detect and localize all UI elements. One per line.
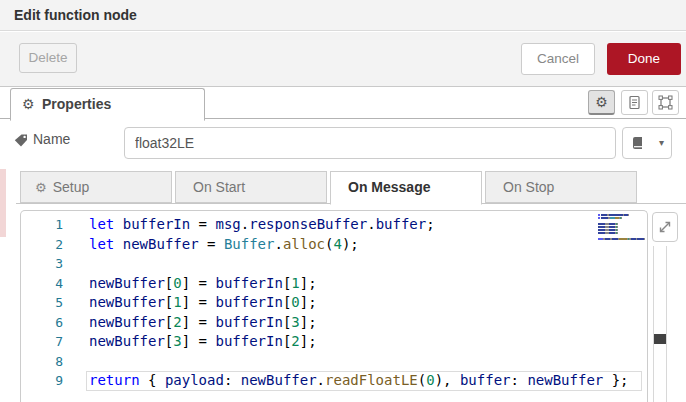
minimap-row: [598, 214, 645, 216]
line-number: 3: [21, 254, 63, 274]
properties-tab-label: Properties: [42, 89, 111, 120]
code-line[interactable]: let newBuffer = Buffer.alloc(4);: [89, 235, 629, 255]
tab-label: On Message: [348, 179, 430, 195]
tab-on-start[interactable]: On Start: [175, 171, 327, 203]
expand-frame-button[interactable]: [652, 90, 679, 115]
expand-editor-button[interactable]: [652, 212, 678, 242]
code-line[interactable]: newBuffer[2] = bufferIn[3];: [89, 313, 629, 333]
tab-label: On Stop: [503, 179, 554, 195]
background-artifact: [0, 169, 6, 237]
line-number: 7: [21, 332, 63, 352]
library-button[interactable]: ▾: [622, 127, 672, 159]
book-icon: [631, 136, 644, 150]
minimap-row: [598, 217, 645, 219]
minimap-row: [598, 220, 645, 222]
name-input[interactable]: [124, 127, 616, 159]
minimap-row: [598, 235, 645, 237]
edit-function-dialog: Edit function node Delete Cancel Done ⚙ …: [0, 0, 686, 402]
minimap-row: [598, 226, 645, 228]
settings-button[interactable]: ⚙: [588, 90, 615, 115]
line-number: 4: [21, 274, 63, 294]
tag-icon: [14, 133, 29, 148]
dialog-title: Edit function node: [14, 0, 137, 30]
editor-code[interactable]: let bufferIn = msg.responseBuffer.buffer…: [89, 215, 629, 391]
tray-scrollbar-thumb[interactable]: [654, 334, 666, 344]
minimap-row: [598, 238, 645, 240]
line-number: 6: [21, 313, 63, 333]
chevron-down-icon: ▾: [659, 128, 664, 158]
tab-on-stop[interactable]: On Stop: [485, 171, 637, 203]
gear-icon: ⚙: [595, 94, 608, 110]
code-line[interactable]: [89, 352, 629, 372]
code-editor[interactable]: 123456789 let bufferIn = msg.responseBuf…: [20, 210, 648, 402]
code-line[interactable]: newBuffer[3] = bufferIn[2];: [89, 332, 629, 352]
code-line[interactable]: return { payload: newBuffer.readFloatLE(…: [89, 371, 629, 391]
code-line[interactable]: let bufferIn = msg.responseBuffer.buffer…: [89, 215, 629, 235]
tab-setup[interactable]: ⚙Setup: [20, 171, 172, 203]
line-number: 1: [21, 215, 63, 235]
select-frame-icon: [658, 95, 673, 110]
code-line[interactable]: [89, 254, 629, 274]
code-line[interactable]: newBuffer[0] = bufferIn[1];: [89, 274, 629, 294]
line-number: 8: [21, 352, 63, 372]
tray-scrollbar[interactable]: [653, 246, 667, 402]
tab-on-message[interactable]: On Message: [330, 171, 482, 205]
minimap-row: [598, 223, 645, 225]
done-button[interactable]: Done: [607, 43, 681, 75]
tab-properties[interactable]: ⚙ Properties: [10, 88, 205, 121]
tab-label: Setup: [53, 179, 90, 195]
editor-gutter[interactable]: 123456789: [21, 215, 63, 391]
code-line[interactable]: newBuffer[1] = bufferIn[0];: [89, 293, 629, 313]
editor-minimap[interactable]: [598, 214, 645, 241]
expand-arrows-icon: [657, 219, 673, 235]
line-number: 5: [21, 293, 63, 313]
line-number: 9: [21, 371, 63, 391]
delete-button[interactable]: Delete: [19, 43, 77, 73]
description-button[interactable]: [621, 90, 648, 115]
cancel-button[interactable]: Cancel: [521, 43, 595, 75]
minimap-row: [598, 229, 645, 231]
document-icon: [627, 95, 642, 110]
gear-icon: ⚙: [35, 180, 47, 195]
tab-label: On Start: [193, 179, 245, 195]
gear-icon: ⚙: [22, 89, 35, 120]
dialog-header: Edit function node: [0, 0, 686, 31]
minimap-row: [598, 232, 645, 234]
dialog-toolbar: Delete Cancel Done: [0, 32, 686, 87]
name-label: Name: [33, 131, 70, 147]
line-number: 2: [21, 235, 63, 255]
